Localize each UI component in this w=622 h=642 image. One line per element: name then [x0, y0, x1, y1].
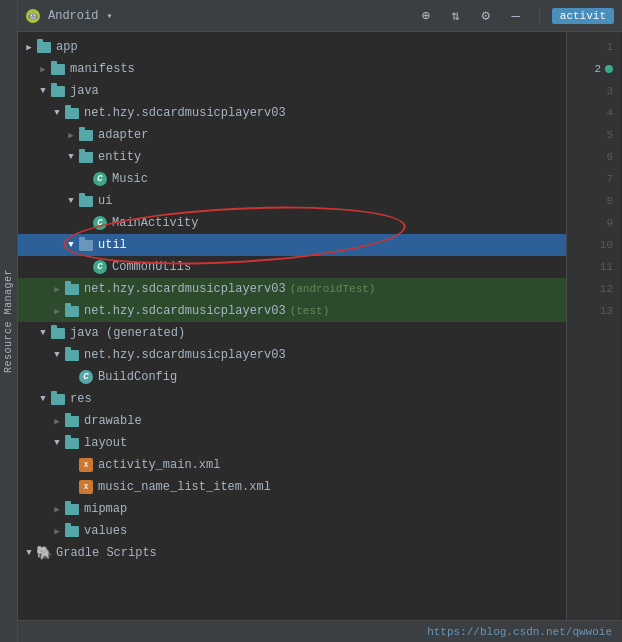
- tree-item-values[interactable]: ▶ values: [18, 520, 566, 542]
- tree-item-ui[interactable]: ▼ ui: [18, 190, 566, 212]
- minimize-button[interactable]: —: [505, 5, 527, 27]
- tree-item-pkg-gen[interactable]: ▼ net.hzy.sdcardmusicplayerv03: [18, 344, 566, 366]
- arrow-icon: ▶: [50, 416, 64, 427]
- xml-icon: X: [78, 479, 94, 495]
- tree-item-app[interactable]: ▶ app: [18, 36, 566, 58]
- item-label: entity: [98, 150, 141, 164]
- item-label: ui: [98, 194, 112, 208]
- line-number-12: 12: [567, 278, 621, 300]
- line-number-1: 1: [567, 36, 621, 58]
- tree-item-entity[interactable]: ▼ entity: [18, 146, 566, 168]
- secondary-label: (test): [290, 305, 330, 317]
- arrow-icon: ▼: [64, 152, 78, 162]
- folder-icon: [64, 303, 80, 319]
- line-number-6: 6: [567, 146, 621, 168]
- item-label: net.hzy.sdcardmusicplayerv03: [84, 304, 286, 318]
- folder-icon: [36, 39, 52, 55]
- class-icon: C: [92, 259, 108, 275]
- item-label: res: [70, 392, 92, 406]
- arrow-icon: ▶: [50, 504, 64, 515]
- gradle-icon: 🐘: [36, 545, 52, 561]
- line-number-5: 5: [567, 124, 621, 146]
- tree-item-pkg[interactable]: ▼ net.hzy.sdcardmusicplayerv03: [18, 102, 566, 124]
- arrow-icon: ▼: [50, 438, 64, 448]
- tree-item-buildconfig[interactable]: C BuildConfig: [18, 366, 566, 388]
- item-label: net.hzy.sdcardmusicplayerv03: [84, 282, 286, 296]
- item-label: java (generated): [70, 326, 185, 340]
- tree-item-java[interactable]: ▼ java: [18, 80, 566, 102]
- arrow-icon: ▶: [50, 306, 64, 317]
- arrow-icon: ▼: [22, 548, 36, 558]
- settings-button[interactable]: ⚙: [475, 5, 497, 27]
- tree-item-res[interactable]: ▼ res: [18, 388, 566, 410]
- toolbar: 🤖 Android ▾ ⊕ ⇅ ⚙ — activit: [18, 0, 622, 32]
- item-label: layout: [84, 436, 127, 450]
- arrow-icon: ▶: [36, 64, 50, 75]
- tree-item-adapter[interactable]: ▶ adapter: [18, 124, 566, 146]
- arrow-icon: ▼: [36, 328, 50, 338]
- item-label: BuildConfig: [98, 370, 177, 384]
- item-label: adapter: [98, 128, 148, 142]
- item-label: java: [70, 84, 99, 98]
- arrow-icon: ▼: [64, 196, 78, 206]
- main-panel: 🤖 Android ▾ ⊕ ⇅ ⚙ — activit ▶ app ▶: [18, 0, 622, 642]
- tree-item-music[interactable]: C Music: [18, 168, 566, 190]
- tree-item-gradle[interactable]: ▼ 🐘 Gradle Scripts: [18, 542, 566, 564]
- item-label: manifests: [70, 62, 135, 76]
- line-number-7: 7: [567, 168, 621, 190]
- line-number-9: 9: [567, 212, 621, 234]
- tree-item-activity-xml[interactable]: X activity_main.xml: [18, 454, 566, 476]
- arrow-icon: ▼: [36, 86, 50, 96]
- folder-icon: [64, 523, 80, 539]
- tree-item-drawable[interactable]: ▶ drawable: [18, 410, 566, 432]
- class-icon: C: [92, 215, 108, 231]
- sync-button[interactable]: ⇅: [445, 5, 467, 27]
- line-number-8: 8: [567, 190, 621, 212]
- item-label: Gradle Scripts: [56, 546, 157, 560]
- divider: [539, 6, 540, 26]
- item-label: drawable: [84, 414, 142, 428]
- line-number-11: 11: [567, 256, 621, 278]
- line-num-text: 2: [594, 63, 601, 75]
- resource-manager-tab[interactable]: Resource Manager: [3, 269, 14, 373]
- tree-item-music-xml[interactable]: X music_name_list_item.xml: [18, 476, 566, 498]
- arrow-icon: ▼: [64, 240, 78, 250]
- arrow-icon: ▼: [50, 350, 64, 360]
- tree-item-layout[interactable]: ▼ layout: [18, 432, 566, 454]
- breakpoint-dot: [605, 65, 613, 73]
- folder-icon: [50, 391, 66, 407]
- tree-item-manifests[interactable]: ▶ manifests: [18, 58, 566, 80]
- dropdown-arrow-icon[interactable]: ▾: [106, 10, 112, 22]
- arrow-icon: ▶: [64, 130, 78, 141]
- tree-item-pkg-android[interactable]: ▶ net.hzy.sdcardmusicplayerv03 (androidT…: [18, 278, 566, 300]
- add-button[interactable]: ⊕: [415, 5, 437, 27]
- tree-item-mipmap[interactable]: ▶ mipmap: [18, 498, 566, 520]
- item-label: app: [56, 40, 78, 54]
- class-icon: C: [92, 171, 108, 187]
- folder-icon: [78, 237, 94, 253]
- tree-item-util[interactable]: ▼ util: [18, 234, 566, 256]
- arrow-icon: ▼: [36, 394, 50, 404]
- activity-tab[interactable]: activit: [552, 8, 614, 24]
- side-panel: Resource Manager: [0, 0, 18, 642]
- class-icon: C: [78, 369, 94, 385]
- item-label: music_name_list_item.xml: [98, 480, 271, 494]
- folder-icon: [64, 281, 80, 297]
- item-label: MainActivity: [112, 216, 198, 230]
- tree-item-java-gen[interactable]: ▼ java (generated): [18, 322, 566, 344]
- tree-item-commonutils[interactable]: C CommonUtils: [18, 256, 566, 278]
- tree-item-mainactivity[interactable]: C MainActivity: [18, 212, 566, 234]
- folder-icon: [64, 435, 80, 451]
- item-label: mipmap: [84, 502, 127, 516]
- tree-item-pkg-test[interactable]: ▶ net.hzy.sdcardmusicplayerv03 (test): [18, 300, 566, 322]
- line-number-4: 4: [567, 102, 621, 124]
- line-number-10: 10: [567, 234, 621, 256]
- file-tree[interactable]: ▶ app ▶ manifests ▼ java ▼: [18, 32, 566, 620]
- folder-icon: [50, 325, 66, 341]
- secondary-label: (androidTest): [290, 283, 376, 295]
- android-icon: 🤖: [26, 9, 40, 23]
- folder-icon: [64, 413, 80, 429]
- xml-icon: X: [78, 457, 94, 473]
- arrow-icon: ▶: [50, 284, 64, 295]
- content-area: ▶ app ▶ manifests ▼ java ▼: [18, 32, 622, 620]
